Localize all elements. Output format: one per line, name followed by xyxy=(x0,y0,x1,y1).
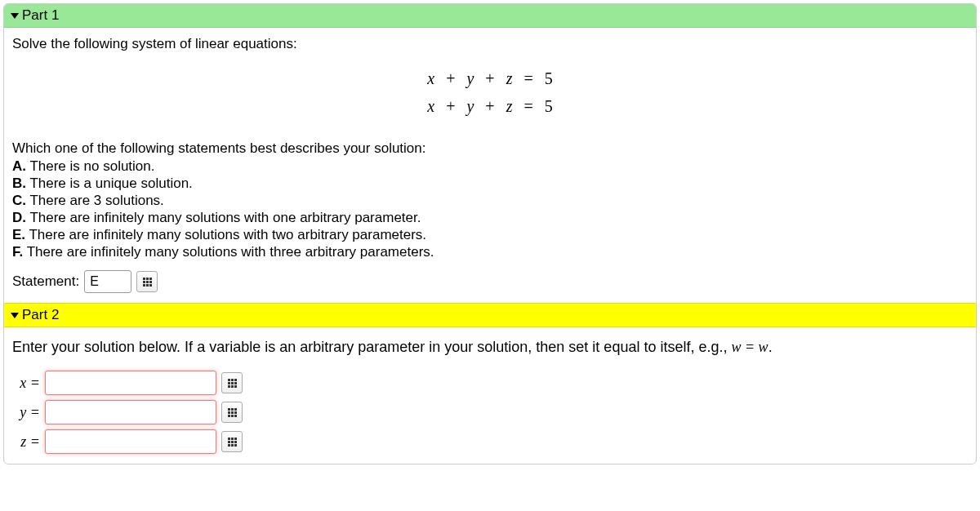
keypad-icon xyxy=(228,438,237,447)
statement-label: Statement: xyxy=(12,273,79,290)
x-label: x = xyxy=(12,375,40,392)
keypad-icon xyxy=(228,379,237,388)
part1-title: Part 1 xyxy=(22,7,59,24)
keypad-icon xyxy=(228,408,237,417)
y-row: y = xyxy=(12,400,968,424)
problem-container: Part 1 Solve the following system of lin… xyxy=(3,3,977,464)
y-label: y = xyxy=(12,404,40,421)
part1-header[interactable]: Part 1 xyxy=(4,4,976,28)
caret-down-icon xyxy=(11,13,19,19)
part2-body: Enter your solution below. If a variable… xyxy=(4,327,976,464)
part2-instruction: Enter your solution below. If a variable… xyxy=(12,339,968,356)
part2-title: Part 2 xyxy=(22,307,59,323)
question-text: Which one of the following statements be… xyxy=(12,140,968,157)
equation-editor-button[interactable] xyxy=(221,372,243,393)
option-c: C. There are 3 solutions. xyxy=(12,193,968,209)
y-input[interactable] xyxy=(45,400,216,424)
equation-editor-button[interactable] xyxy=(221,402,243,423)
option-d: D. There are infinitely many solutions w… xyxy=(12,210,968,226)
equation-editor-button[interactable] xyxy=(136,271,158,292)
z-label: z = xyxy=(12,433,40,451)
x-row: x = xyxy=(12,371,968,395)
part1-prompt: Solve the following system of linear equ… xyxy=(12,36,968,52)
option-f: F. There are infinitely many solutions w… xyxy=(12,244,968,260)
option-e: E. There are infinitely many solutions w… xyxy=(12,227,968,243)
x-input[interactable] xyxy=(45,371,216,395)
equation-system: x + y + z = 5 x + y + z = 5 xyxy=(12,64,968,121)
keypad-icon xyxy=(143,278,152,287)
z-input[interactable] xyxy=(45,429,216,454)
statement-input[interactable] xyxy=(84,270,131,293)
part1-body: Solve the following system of linear equ… xyxy=(4,28,976,303)
caret-down-icon xyxy=(11,313,19,318)
equation-editor-button[interactable] xyxy=(221,431,243,452)
part2-header[interactable]: Part 2 xyxy=(4,303,976,327)
option-b: B. There is a unique solution. xyxy=(12,176,968,192)
option-a: A. There is no solution. xyxy=(12,158,968,175)
z-row: z = xyxy=(12,429,968,454)
